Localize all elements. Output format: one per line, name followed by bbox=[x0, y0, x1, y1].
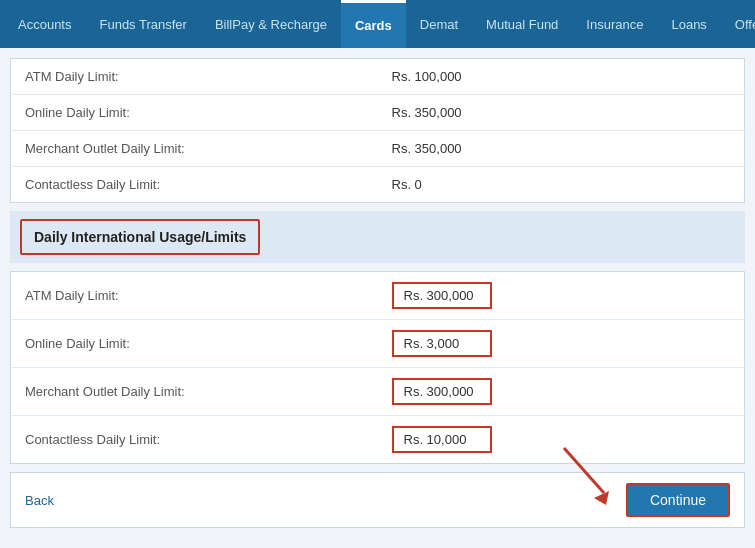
limit-value: Rs. 0 bbox=[378, 167, 745, 203]
international-limits-table: ATM Daily Limit:Rs. 300,000Online Daily … bbox=[10, 271, 745, 464]
table-row: ATM Daily Limit:Rs. 300,000 bbox=[11, 272, 745, 320]
table-row: Contactless Daily Limit:Rs. 0 bbox=[11, 167, 745, 203]
limit-value: Rs. 350,000 bbox=[378, 131, 745, 167]
nav-item-funds-transfer[interactable]: Funds Transfer bbox=[85, 0, 200, 48]
intl-limit-value: Rs. 3,000 bbox=[378, 320, 745, 368]
nav-item-mutual-fund[interactable]: Mutual Fund bbox=[472, 0, 572, 48]
intl-limit-label: Contactless Daily Limit: bbox=[11, 416, 378, 464]
limit-value: Rs. 100,000 bbox=[378, 59, 745, 95]
limit-label: Merchant Outlet Daily Limit: bbox=[11, 131, 378, 167]
intl-limit-label: ATM Daily Limit: bbox=[11, 272, 378, 320]
intl-limit-label: Merchant Outlet Daily Limit: bbox=[11, 368, 378, 416]
nav-item-demat[interactable]: Demat bbox=[406, 0, 472, 48]
nav-item-offers[interactable]: Offers bbox=[721, 0, 755, 48]
intl-limit-value: Rs. 300,000 bbox=[378, 368, 745, 416]
table-row: Online Daily Limit:Rs. 3,000 bbox=[11, 320, 745, 368]
table-row: Contactless Daily Limit:Rs. 10,000 bbox=[11, 416, 745, 464]
intl-limit-value: Rs. 300,000 bbox=[378, 272, 745, 320]
limit-label: Online Daily Limit: bbox=[11, 95, 378, 131]
nav-item-loans[interactable]: Loans bbox=[657, 0, 720, 48]
nav-item-accounts[interactable]: Accounts bbox=[4, 0, 85, 48]
navigation-bar: AccountsFunds TransferBillPay & Recharge… bbox=[0, 0, 755, 48]
continue-button[interactable]: Continue bbox=[626, 483, 730, 517]
nav-item-insurance[interactable]: Insurance bbox=[572, 0, 657, 48]
table-row: Online Daily Limit:Rs. 350,000 bbox=[11, 95, 745, 131]
international-section-header-wrap: Daily International Usage/Limits bbox=[10, 211, 745, 263]
table-row: Merchant Outlet Daily Limit:Rs. 300,000 bbox=[11, 368, 745, 416]
back-link[interactable]: Back bbox=[25, 493, 54, 508]
nav-item-cards[interactable]: Cards bbox=[341, 0, 406, 48]
nav-item-billpay-recharge[interactable]: BillPay & Recharge bbox=[201, 0, 341, 48]
limit-label: ATM Daily Limit: bbox=[11, 59, 378, 95]
international-section-header: Daily International Usage/Limits bbox=[20, 219, 260, 255]
limit-label: Contactless Daily Limit: bbox=[11, 167, 378, 203]
table-row: Merchant Outlet Daily Limit:Rs. 350,000 bbox=[11, 131, 745, 167]
intl-limit-value: Rs. 10,000 bbox=[378, 416, 745, 464]
limit-value: Rs. 350,000 bbox=[378, 95, 745, 131]
main-content: ATM Daily Limit:Rs. 100,000Online Daily … bbox=[0, 48, 755, 528]
svg-marker-1 bbox=[594, 491, 609, 505]
table-row: ATM Daily Limit:Rs. 100,000 bbox=[11, 59, 745, 95]
domestic-limits-table: ATM Daily Limit:Rs. 100,000Online Daily … bbox=[10, 58, 745, 203]
bottom-bar: Back Continue bbox=[10, 472, 745, 528]
intl-limit-label: Online Daily Limit: bbox=[11, 320, 378, 368]
